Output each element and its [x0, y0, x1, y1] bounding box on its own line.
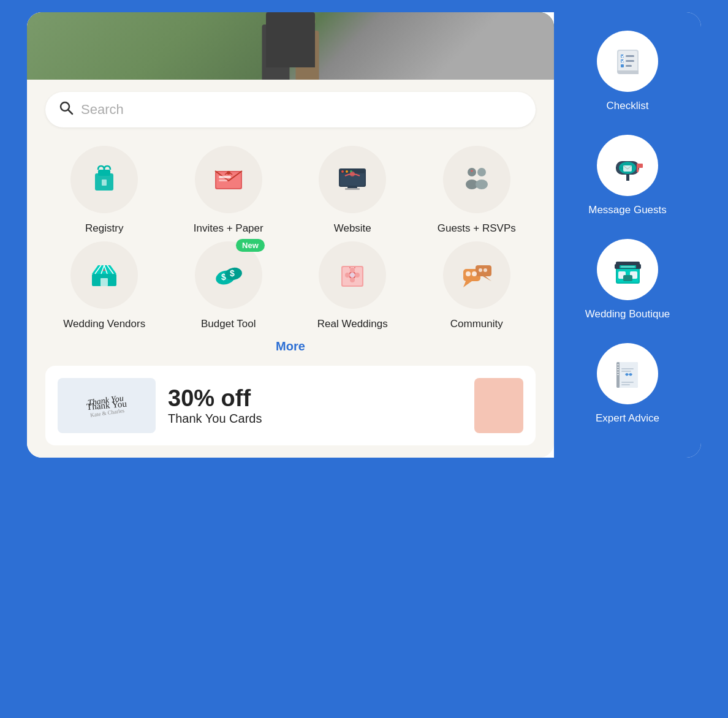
svg-rect-66	[623, 275, 632, 281]
grid-item-invites[interactable]: Invites + Paper	[170, 146, 288, 235]
svg-rect-52	[626, 65, 632, 67]
guests-label: Guests + RSVPs	[438, 222, 516, 235]
more-button[interactable]: More	[276, 339, 305, 353]
svg-rect-68	[621, 266, 635, 267]
sidebar-item-expert-advice[interactable]: Expert Advice	[596, 343, 659, 425]
promo-subtitle: Thank You Cards	[168, 412, 462, 426]
invites-label: Invites + Paper	[194, 222, 264, 235]
svg-point-42	[472, 271, 477, 276]
grid-item-real-weddings[interactable]: Real Weddings	[294, 241, 412, 331]
vendors-label: Wedding Vendors	[63, 317, 145, 331]
svg-point-34	[345, 273, 350, 278]
promo-text: 30% off Thank You Cards	[168, 385, 462, 426]
svg-point-19	[468, 168, 476, 176]
svg-point-44	[483, 268, 487, 272]
expert-advice-label: Expert Advice	[596, 412, 659, 425]
expert-advice-icon-circle	[597, 343, 658, 404]
svg-rect-78	[621, 368, 634, 369]
boutique-icon-circle	[597, 239, 658, 300]
svg-rect-79	[621, 371, 631, 372]
svg-rect-18	[345, 188, 360, 190]
boutique-label: Wedding Boutique	[585, 308, 670, 321]
svg-rect-7	[219, 176, 231, 178]
grid-item-website[interactable]: Website	[294, 146, 412, 235]
promo-section: Thank You Kate & Charles 30% off Thank Y…	[45, 366, 536, 445]
svg-point-9	[227, 171, 230, 175]
budget-icon-circle: New $ $	[195, 241, 262, 309]
svg-line-1	[68, 110, 72, 114]
svg-point-20	[477, 168, 486, 176]
svg-rect-73	[617, 365, 619, 365]
real-weddings-label: Real Weddings	[317, 317, 388, 331]
svg-point-16	[350, 172, 355, 176]
svg-rect-58	[637, 164, 643, 168]
svg-rect-48	[626, 55, 634, 57]
svg-text:$: $	[230, 268, 235, 278]
right-sidebar: Checklist	[554, 12, 701, 458]
svg-rect-77	[617, 374, 619, 375]
search-bar[interactable]: Search	[45, 92, 536, 127]
grid-item-guests[interactable]: Guests + RSVPs	[418, 146, 536, 235]
search-icon	[59, 100, 74, 119]
svg-rect-74	[617, 367, 619, 368]
vendors-icon-circle	[70, 241, 138, 309]
svg-marker-38	[463, 281, 472, 287]
svg-rect-81	[621, 384, 630, 385]
more-button-container: More	[45, 339, 536, 353]
checklist-label: Checklist	[607, 99, 649, 113]
svg-rect-69	[616, 262, 640, 265]
checklist-icon-circle	[597, 31, 658, 92]
category-grid: Registry	[45, 146, 536, 331]
promo-card-image: Thank You Kate & Charles	[58, 378, 156, 433]
svg-point-43	[479, 268, 482, 272]
sidebar-item-message-guests[interactable]: Message Guests	[588, 135, 667, 217]
svg-point-35	[355, 273, 360, 278]
svg-rect-3	[98, 170, 110, 176]
hero-image	[27, 12, 554, 80]
new-badge: New	[236, 239, 265, 252]
promo-discount: 30% off	[168, 385, 462, 412]
svg-rect-39	[476, 265, 491, 276]
svg-point-41	[466, 271, 471, 276]
svg-point-33	[350, 278, 355, 282]
content-area: Search Registry	[27, 80, 554, 458]
svg-rect-80	[621, 382, 634, 383]
promo-card-end	[474, 378, 523, 433]
community-label: Community	[450, 317, 503, 331]
budget-label: Budget Tool	[201, 317, 256, 331]
registry-label: Registry	[85, 222, 123, 235]
search-placeholder-text: Search	[81, 102, 124, 118]
svg-rect-75	[617, 369, 619, 370]
svg-rect-4	[102, 180, 107, 186]
website-icon-circle	[319, 146, 386, 213]
website-label: Website	[334, 222, 371, 235]
message-guests-icon-circle	[597, 135, 658, 196]
svg-rect-71	[619, 362, 638, 388]
svg-marker-40	[483, 276, 491, 281]
svg-rect-8	[219, 180, 227, 181]
svg-point-32	[350, 268, 355, 273]
grid-item-budget[interactable]: New $ $ Budget Tool	[170, 241, 288, 331]
svg-point-22	[476, 180, 488, 189]
registry-icon-circle	[70, 146, 138, 213]
grid-item-vendors[interactable]: Wedding Vendors	[45, 241, 164, 331]
sidebar-item-wedding-boutique[interactable]: Wedding Boutique	[585, 239, 670, 321]
svg-rect-76	[617, 372, 619, 372]
real-weddings-icon-circle	[319, 241, 386, 309]
grid-item-registry[interactable]: Registry	[45, 146, 164, 235]
svg-rect-50	[626, 60, 634, 62]
svg-rect-51	[621, 64, 624, 67]
main-panel: Search Registry	[27, 12, 554, 458]
community-icon-circle	[443, 241, 510, 309]
message-guests-label: Message Guests	[588, 203, 667, 217]
grid-item-community[interactable]: Community	[418, 241, 536, 331]
svg-rect-24	[100, 278, 108, 286]
guests-icon-circle	[443, 146, 510, 213]
invites-icon-circle	[195, 146, 262, 213]
svg-point-14	[346, 170, 348, 173]
sidebar-item-checklist[interactable]: Checklist	[597, 31, 658, 113]
svg-point-36	[350, 273, 355, 278]
svg-point-13	[341, 170, 344, 173]
